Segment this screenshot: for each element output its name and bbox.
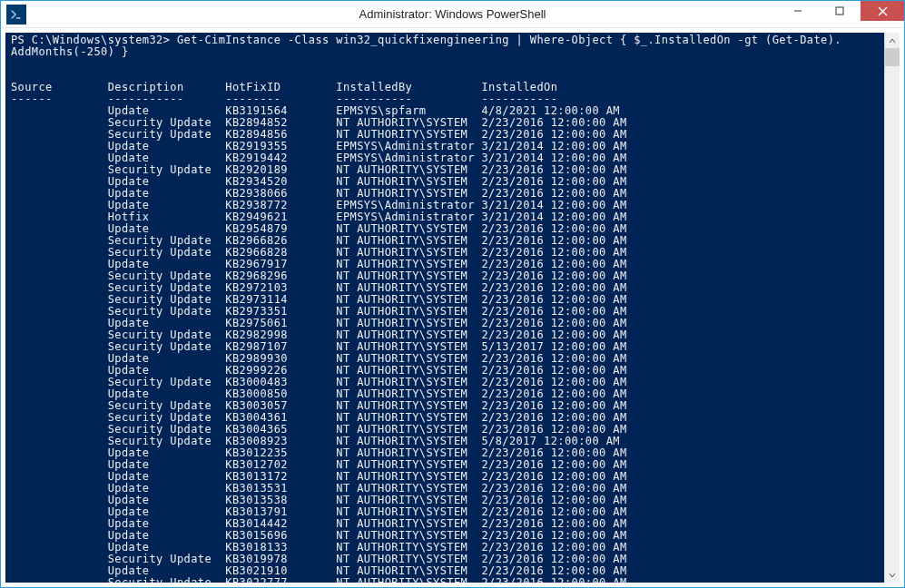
svg-rect-2 (836, 7, 843, 15)
titlebar[interactable]: Administrator: Windows PowerShell (1, 1, 904, 28)
minimize-icon (793, 6, 802, 15)
scroll-up-button[interactable] (885, 33, 900, 48)
console-output[interactable]: PS C:\Windows\system32> Get-CimInstance … (5, 33, 884, 583)
chevron-down-icon (889, 572, 896, 579)
powershell-icon (6, 5, 26, 24)
scroll-down-button[interactable] (885, 567, 900, 583)
powershell-window: Administrator: Windows PowerShell PS C:\… (0, 0, 905, 588)
close-icon (878, 6, 888, 16)
window-controls (777, 1, 904, 21)
close-button[interactable] (861, 1, 904, 21)
minimize-button[interactable] (777, 1, 819, 21)
vertical-scrollbar[interactable] (884, 33, 900, 583)
scrollbar-track[interactable] (885, 48, 900, 567)
maximize-icon (835, 6, 844, 15)
chevron-up-icon (889, 37, 896, 44)
scrollbar-thumb[interactable] (885, 48, 900, 66)
client-area: PS C:\Windows\system32> Get-CimInstance … (1, 28, 904, 587)
window-title: Administrator: Windows PowerShell (1, 7, 904, 21)
maximize-button[interactable] (819, 1, 861, 21)
